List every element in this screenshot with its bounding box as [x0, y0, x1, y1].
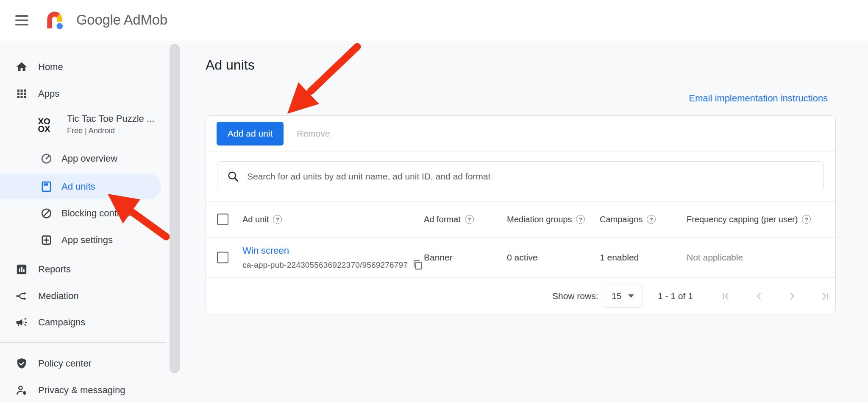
content-area: Home Apps XO OX Tic Tac Toe Puzzle ... F…: [0, 41, 868, 403]
select-all-checkbox[interactable]: [217, 214, 228, 225]
admob-logo-icon: [42, 8, 67, 32]
cell-campaigns: 1 enabled: [600, 252, 639, 263]
table-row: Win screen ca-app-pub-2243055636922370/9…: [206, 237, 835, 277]
cell-frequency-capping: Not applicable: [687, 252, 743, 263]
apps-grid-icon: [15, 87, 28, 100]
ad-units-card: Add ad unit Remove: [206, 115, 836, 314]
sidebar-item-blocking-controls[interactable]: Blocking controls: [0, 200, 161, 227]
app-texts: Tic Tac Toe Puzzle ... Free | Android: [67, 113, 154, 135]
shield-check-icon: [15, 357, 28, 370]
sidebar-item-label: Apps: [38, 88, 59, 99]
row-checkbox[interactable]: [217, 252, 228, 263]
sidebar-item-app-overview[interactable]: App overview: [0, 146, 161, 172]
sidebar-item-label: Policy center: [38, 358, 92, 369]
cell-ad-format: Banner: [424, 252, 453, 263]
app-meta: Free | Android: [67, 126, 154, 135]
menu-bar: [15, 20, 28, 21]
email-implementation-link[interactable]: Email implementation instructions: [689, 93, 828, 104]
sidebar-item-label: Mediation: [38, 291, 78, 302]
sidebar-item-reports[interactable]: Reports: [0, 256, 161, 283]
pagination-range: 1 - 1 of 1: [658, 291, 693, 301]
column-header-mediation-groups: Mediation groups: [507, 215, 572, 224]
rows-per-page-select[interactable]: 15: [603, 285, 643, 308]
admob-logo[interactable]: Google AdMob: [42, 8, 167, 32]
next-page-icon[interactable]: [787, 291, 798, 302]
cell-mediation-groups: 0 active: [507, 252, 537, 263]
ad-unit-id: ca-app-pub-2243055636922370/9569276797: [242, 260, 408, 270]
help-icon[interactable]: ?: [465, 215, 474, 224]
sidebar-item-ad-units[interactable]: Ad units: [0, 174, 161, 199]
help-icon[interactable]: ?: [273, 215, 282, 224]
sidebar-item-mediation[interactable]: Mediation: [0, 283, 161, 309]
sidebar-item-label: App settings: [61, 235, 113, 246]
sidebar-item-label: Blocking controls: [61, 208, 132, 219]
show-rows-label: Show rows:: [552, 291, 598, 301]
sidebar-item-label: Reports: [38, 264, 71, 275]
home-icon: [15, 61, 28, 73]
add-ad-unit-button[interactable]: Add ad unit: [217, 122, 284, 146]
search-icon: [227, 170, 239, 183]
person-badge-icon: [15, 384, 28, 397]
help-icon[interactable]: ?: [802, 215, 811, 224]
sidebar-item-label: Home: [38, 62, 63, 73]
toolbar: Add ad unit Remove: [206, 116, 835, 151]
ad-unit-icon: [40, 180, 53, 193]
search-box: [217, 161, 824, 191]
blocked-icon: [40, 207, 53, 220]
sidebar-item-campaigns[interactable]: Campaigns: [0, 309, 161, 336]
previous-page-icon[interactable]: [754, 291, 765, 302]
help-icon[interactable]: ?: [576, 215, 585, 224]
sidebar-item-label: Privacy & messaging: [38, 385, 125, 396]
brand-wordmark: Google AdMob: [76, 12, 167, 28]
column-header-campaigns: Campaigns: [600, 215, 643, 224]
sidebar-item-apps[interactable]: Apps: [0, 81, 161, 107]
ad-unit-name-link[interactable]: Win screen: [242, 245, 423, 256]
app-icon: XO OX: [35, 115, 53, 135]
top-app-bar: Google AdMob: [0, 0, 868, 41]
gauge-icon: [40, 153, 53, 165]
sidebar-item-privacy-messaging[interactable]: Privacy & messaging: [0, 377, 161, 403]
sidebar: Home Apps XO OX Tic Tac Toe Puzzle ... F…: [0, 41, 186, 403]
page-title: Ad units: [206, 58, 255, 72]
last-page-icon[interactable]: [820, 291, 831, 302]
menu-bar: [15, 15, 28, 17]
sidebar-item-label: App overview: [61, 153, 117, 164]
sidebar-item-home[interactable]: Home: [0, 54, 161, 80]
menu-bar: [15, 24, 28, 25]
chevron-down-icon: [628, 294, 634, 298]
sidebar-item-app-settings[interactable]: App settings: [0, 227, 161, 253]
search-input[interactable]: [247, 171, 823, 182]
sidebar-item-label: Campaigns: [38, 317, 85, 328]
megaphone-icon: [15, 316, 28, 329]
sidebar-app-tic-tac-toe[interactable]: XO OX Tic Tac Toe Puzzle ... Free | Andr…: [0, 112, 161, 140]
mediation-icon: [15, 290, 28, 302]
remove-button[interactable]: Remove: [297, 129, 330, 139]
app-icon-row: OX: [38, 125, 50, 133]
table-header-row: Ad unit ? Ad format ? Mediation groups ?…: [206, 201, 835, 237]
sidebar-item-policy-center[interactable]: Policy center: [0, 350, 161, 377]
app-name: Tic Tac Toe Puzzle ...: [67, 113, 154, 124]
menu-icon[interactable]: [15, 13, 30, 28]
rows-per-page-value: 15: [612, 291, 621, 301]
sidebar-item-label: Ad units: [61, 181, 95, 192]
sidebar-divider: [0, 342, 166, 343]
reports-icon: [15, 263, 28, 276]
help-icon[interactable]: ?: [647, 215, 656, 224]
pagination-bar: Show rows: 15 1 - 1 of 1: [206, 277, 835, 314]
copy-icon[interactable]: [413, 260, 423, 270]
column-header-ad-format: Ad format: [424, 215, 461, 224]
column-header-ad-unit: Ad unit: [242, 215, 269, 224]
column-header-frequency-capping: Frequency capping (per user): [687, 215, 798, 224]
settings-icon: [40, 234, 53, 246]
first-page-icon[interactable]: [721, 291, 732, 302]
sidebar-scrollbar[interactable]: [170, 44, 180, 373]
search-row: [206, 151, 835, 201]
admob-app: Google AdMob Home Apps XO OX: [0, 0, 868, 403]
